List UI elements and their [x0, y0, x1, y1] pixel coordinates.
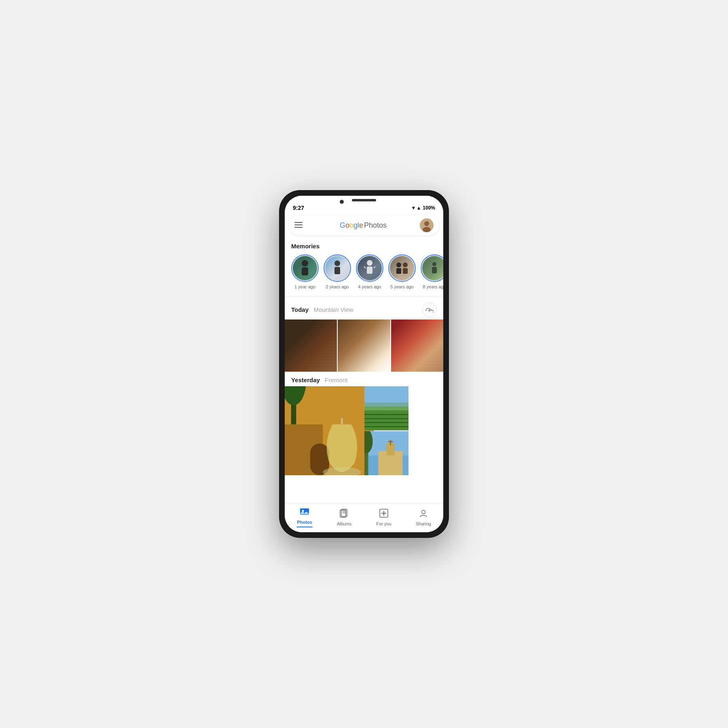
yesterday-group-header: Yesterday Fremont — [285, 372, 443, 386]
cloud-upload-button[interactable] — [422, 303, 437, 317]
photos-nav-indicator — [296, 527, 313, 527]
app-header: Google Photos — [289, 215, 439, 235]
sharing-nav-label: Sharing — [416, 521, 431, 526]
memory-circle-4 — [421, 254, 443, 282]
yesterday-photo-2[interactable] — [364, 386, 408, 430]
today-photo-2[interactable] — [338, 320, 390, 372]
memory-photo-2 — [358, 256, 382, 280]
svg-point-6 — [302, 260, 308, 267]
nav-item-photos[interactable]: Photos — [292, 507, 317, 527]
memory-circle-2 — [356, 254, 383, 282]
yesterday-photo-3[interactable] — [364, 431, 408, 475]
svg-point-8 — [334, 260, 340, 266]
memory-photo-3 — [390, 256, 414, 280]
today-location: Mountain View — [314, 306, 353, 313]
memory-label-0: 1 year ago — [294, 284, 315, 289]
logo-g2: g — [353, 221, 358, 229]
today-photo-3[interactable] — [391, 320, 443, 372]
wifi-icon: ▾ — [412, 205, 415, 211]
svg-point-18 — [432, 262, 436, 266]
svg-rect-29 — [364, 411, 408, 430]
today-photo-grid — [285, 320, 443, 372]
nav-item-sharing[interactable]: Sharing — [411, 509, 436, 526]
nav-item-albums[interactable]: Albums — [332, 509, 356, 526]
svg-rect-17 — [403, 268, 408, 274]
memory-label-3: 5 years ago — [390, 284, 413, 289]
logo-g: G — [340, 221, 345, 229]
nav-item-foryou[interactable]: For you — [372, 509, 396, 526]
photos-nav-icon — [300, 507, 309, 518]
memory-circle-3 — [388, 254, 416, 282]
sharing-nav-icon — [419, 509, 428, 520]
logo-o2: o — [349, 221, 353, 229]
memory-item-0[interactable]: 1 year ago — [291, 254, 319, 289]
memory-item-1[interactable]: 2 years ago — [324, 254, 351, 289]
svg-rect-15 — [396, 268, 401, 274]
yesterday-title-row: Yesterday Fremont — [291, 377, 347, 384]
svg-point-4 — [424, 221, 429, 226]
svg-point-14 — [396, 262, 401, 267]
memories-row: 1 year ago 2 years ago — [285, 253, 443, 295]
memory-item-4[interactable]: 8 years ago — [421, 254, 443, 289]
svg-rect-52 — [343, 512, 346, 513]
memory-circle-1 — [324, 254, 351, 282]
svg-rect-37 — [364, 402, 408, 411]
albums-nav-label: Albums — [337, 521, 352, 526]
avatar[interactable] — [420, 218, 434, 232]
status-bar: 9:27 ▾ ▲ 100% — [285, 203, 443, 213]
logo-photos-text: Photos — [364, 221, 387, 230]
camera-dot — [340, 200, 344, 204]
hamburger-icon[interactable] — [294, 221, 303, 230]
memory-circle-0 — [291, 254, 319, 282]
speaker — [352, 199, 376, 201]
svg-rect-1 — [294, 224, 303, 225]
today-label: Today — [291, 306, 309, 313]
svg-rect-2 — [294, 227, 303, 228]
memory-photo-4 — [422, 256, 443, 280]
memory-photo-0 — [293, 256, 317, 280]
app-logo: Google Photos — [307, 221, 420, 230]
memory-item-3[interactable]: 5 years ago — [388, 254, 416, 289]
yesterday-photo-1[interactable] — [285, 386, 374, 475]
svg-rect-0 — [294, 222, 303, 223]
logo-o1: o — [345, 221, 349, 229]
today-title-row: Today Mountain View — [291, 306, 353, 313]
content-scroll[interactable]: Memories 1 year ago — [285, 238, 443, 504]
yesterday-photo-grid — [285, 386, 443, 476]
signal-icon: ▲ — [416, 205, 421, 211]
svg-rect-9 — [334, 267, 340, 274]
memory-label-1: 2 years ago — [326, 284, 349, 289]
yesterday-label: Yesterday — [291, 377, 320, 383]
bottom-nav: Photos Albums — [285, 504, 443, 532]
foryou-nav-icon — [379, 509, 388, 520]
photos-nav-label: Photos — [297, 520, 312, 525]
svg-point-16 — [403, 262, 408, 267]
today-photo-1[interactable] — [285, 320, 337, 372]
svg-rect-11 — [367, 267, 372, 274]
svg-rect-19 — [432, 267, 437, 273]
status-icons: ▾ ▲ 100% — [412, 205, 435, 211]
phone-screen: 9:27 ▾ ▲ 100% Google Photos — [285, 196, 443, 532]
svg-point-56 — [422, 510, 425, 514]
phone-frame: 9:27 ▾ ▲ 100% Google Photos — [279, 190, 449, 538]
memory-photo-1 — [325, 256, 349, 280]
svg-line-13 — [374, 267, 375, 268]
phone-top-bar — [285, 196, 443, 203]
svg-rect-51 — [343, 511, 346, 512]
logo-e: e — [359, 221, 363, 229]
status-time: 9:27 — [293, 205, 304, 211]
foryou-nav-label: For you — [376, 521, 391, 526]
yesterday-location: Fremont — [325, 377, 347, 383]
divider-1 — [285, 296, 443, 297]
albums-nav-icon — [340, 509, 349, 520]
memory-label-4: 8 years ago — [423, 284, 443, 289]
memory-item-2[interactable]: 4 years ago — [356, 254, 383, 289]
memory-label-2: 4 years ago — [358, 284, 381, 289]
battery-icon: 100% — [423, 205, 435, 211]
today-group-header: Today Mountain View — [285, 298, 443, 320]
memories-label: Memories — [285, 238, 443, 253]
svg-rect-7 — [302, 267, 308, 275]
svg-line-12 — [364, 267, 366, 268]
svg-point-10 — [367, 260, 372, 266]
